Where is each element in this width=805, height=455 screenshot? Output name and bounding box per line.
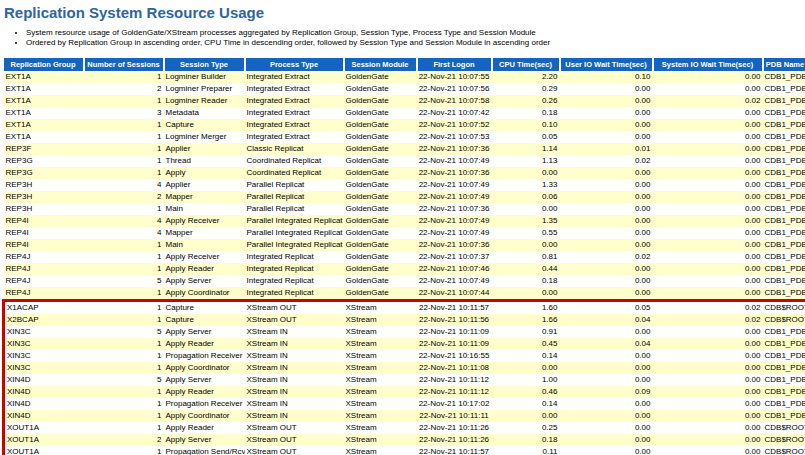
cell: REP4I [4,215,84,227]
cell: Propagation Receiver [164,350,245,362]
cell: 1.35 [492,215,560,227]
table-row: EXT1A1Logminer MergerIntegrated ExtractG… [4,131,805,143]
table-row: X2BCAP1CaptureXStream OUTXStream22-Nov-2… [4,314,805,326]
cell: XIN4D [4,374,84,386]
cell: 0.00 [653,374,763,386]
cell: 0.04 [560,338,653,350]
table-row: XIN4D1Propagation ReceiverXStream INXStr… [4,398,805,410]
cell: XStream OUT [245,314,344,326]
cell: 0.00 [560,83,653,95]
cell: REP4J [4,275,84,287]
cell: GoldenGate [344,119,417,131]
cell: Parallel Replicat [245,179,344,191]
cell: GoldenGate [344,251,417,263]
cell: Parallel Integrated Replicat [245,227,344,239]
table-row: XOUT1A1Apply ReaderXStream OUTXStream22-… [4,422,805,434]
table-row: REP4I1MainParallel Integrated ReplicatGo… [4,239,805,251]
cell: CDB1_PDB1 [763,350,805,362]
cell: Logminer Preparer [164,83,245,95]
cell: 0.00 [560,362,653,374]
cell: CDB$ROOT [763,314,805,326]
cell: 0.00 [492,362,560,374]
cell: 0.00 [653,398,763,410]
cell: 0.00 [560,215,653,227]
highlight-box: X1ACAP1CaptureXStream OUTXStream22-Nov-2… [4,301,805,455]
cell: GoldenGate [344,131,417,143]
cell: EXT1A [4,83,84,95]
cell: 0.00 [560,239,653,251]
cell: 0.00 [653,203,763,215]
cell: 22-Nov-21 10:11:26 [417,434,492,446]
cell: 5 [84,326,164,338]
cell: Parallel Integrated Replicat [245,239,344,251]
cell: 22-Nov-21 10:17:02 [417,398,492,410]
cell: Coordinated Replicat [245,167,344,179]
cell: 0.00 [560,263,653,275]
cell: 0.00 [653,179,763,191]
cell: GoldenGate [344,71,417,83]
cell: 22-Nov-21 10:07:58 [417,95,492,107]
cell: 1 [84,119,164,131]
cell: 0.00 [492,203,560,215]
cell: CDB1_PDB1 [763,398,805,410]
report-page: Replication System Resource Usage System… [0,0,805,455]
cell: REP3H [4,203,84,215]
cell: 1 [84,239,164,251]
cell: REP4I [4,239,84,251]
cell: Applier [164,179,245,191]
table-row: REP3G1ThreadCoordinated ReplicatGoldenGa… [4,155,805,167]
cell: 4 [84,179,164,191]
cell: Integrated Extract [245,107,344,119]
cell: CDB1_PDB1 [763,83,805,95]
cell: 0.00 [492,410,560,422]
table-row: REP3H4ApplierParallel ReplicatGoldenGate… [4,179,805,191]
table-row: EXT1A3MetadataIntegrated ExtractGoldenGa… [4,107,805,119]
cell: XStream IN [245,350,344,362]
cell: CDB$ROOT [763,446,805,455]
cell: XStream [344,326,417,338]
cell: CDB1_PDB1 [763,251,805,263]
cell: GoldenGate [344,107,417,119]
cell: REP3F [4,143,84,155]
cell: GoldenGate [344,275,417,287]
cell: Integrated Replicat [245,287,344,301]
cell: 22-Nov-21 10:07:46 [417,263,492,275]
column-header: Process Type [245,58,344,71]
cell: XIN4D [4,386,84,398]
cell: 0.05 [560,301,653,315]
cell: Logminer Builder [164,71,245,83]
cell: Mapper [164,227,245,239]
cell: 22-Nov-21 10:07:49 [417,191,492,203]
table-row: REP3G1ApplyCoordinated ReplicatGoldenGat… [4,167,805,179]
cell: 5 [84,374,164,386]
cell: Propagation Send/Rcv [164,446,245,455]
cell: 22-Nov-21 10:07:49 [417,155,492,167]
cell: Logminer Reader [164,95,245,107]
cell: CDB1_PDB1 [763,131,805,143]
summary-bullet-list: System resource usage of GoldenGate/XStr… [2,28,805,48]
table-row: EXT1A1CaptureIntegrated ExtractGoldenGat… [4,119,805,131]
column-header: PDB Name [763,58,805,71]
cell: 4 [84,215,164,227]
cell: Integrated Extract [245,95,344,107]
cell: 0.00 [653,410,763,422]
cell: 1 [84,131,164,143]
cell: 22-Nov-21 10:07:44 [417,287,492,301]
cell: 0.00 [653,107,763,119]
cell: CDB1_PDB1 [763,119,805,131]
table-body: EXT1A1Logminer BuilderIntegrated Extract… [4,71,805,301]
cell: Apply Server [164,434,245,446]
cell: XOUT1A [4,434,84,446]
cell: XStream [344,446,417,455]
cell: 1 [84,143,164,155]
cell: 0.00 [653,263,763,275]
cell: 1 [84,71,164,83]
cell: 0.00 [653,326,763,338]
cell: 1.13 [492,155,560,167]
table-row: EXT1A2Logminer PreparerIntegrated Extrac… [4,83,805,95]
cell: 0.00 [653,287,763,301]
table-row: XIN4D1Apply CoordinatorXStream INXStream… [4,410,805,422]
cell: 1.60 [492,301,560,315]
table-header: Replication GroupNumber of SessionsSessi… [4,58,805,71]
cell: 0.00 [560,275,653,287]
